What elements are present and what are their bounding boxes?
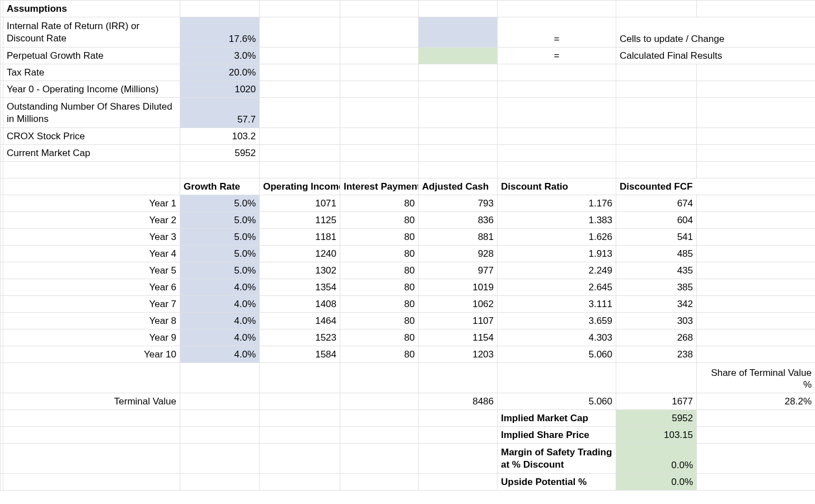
spreadsheet-table: Assumptions Internal Rate of Return (IRR… [0, 0, 815, 491]
growth-input[interactable]: 4.0% [180, 279, 260, 296]
tax-input[interactable]: 20.0% [180, 64, 260, 81]
year-row: Year 2 5.0% 1125 80 836 1.383 604 [1, 212, 816, 229]
year-label: Year 3 [3, 229, 180, 246]
adjcash-cell[interactable]: 793 [419, 195, 498, 212]
intpay-cell[interactable]: 80 [340, 195, 419, 212]
legend-equals-2: = [498, 48, 616, 64]
year-row: Year 5 5.0% 1302 80 977 2.249 435 [1, 262, 816, 279]
mos-value[interactable]: 0.0% [616, 444, 697, 474]
year-row: Year 6 4.0% 1354 80 1019 2.645 385 [1, 279, 816, 296]
hdr-opinc: Operating Income [260, 178, 340, 195]
year-row: Year 4 5.0% 1240 80 928 1.913 485 [1, 246, 816, 262]
year-row: Year 3 5.0% 1181 80 881 1.626 541 [1, 229, 816, 246]
hdr-growth: Growth Rate [180, 178, 260, 195]
growth-input[interactable]: 5.0% [180, 262, 260, 279]
growth-input[interactable]: 5.0% [180, 195, 260, 212]
assumptions-header: Assumptions [3, 1, 180, 17]
y0-input[interactable]: 1020 [180, 81, 260, 98]
year-label: Year 5 [3, 262, 180, 279]
shares-input[interactable]: 57.7 [180, 98, 260, 128]
year-label: Year 8 [3, 313, 180, 329]
growth-input[interactable]: 5.0% [180, 246, 260, 262]
legend-calc-label: Calculated Final Results [616, 48, 816, 64]
growth-input[interactable]: 4.0% [180, 346, 260, 363]
year-label: Year 7 [3, 296, 180, 313]
implied-mcap-label: Implied Market Cap [498, 410, 616, 427]
terminal-label: Terminal Value [3, 393, 180, 410]
terminal-dfcf[interactable]: 1677 [616, 393, 697, 410]
year-label: Year 4 [3, 246, 180, 262]
terminal-share-pct[interactable]: 28.2% [697, 393, 816, 410]
year-row: Year 10 4.0% 1584 80 1203 5.060 238 [1, 346, 816, 363]
growth-input[interactable]: 4.0% [180, 296, 260, 313]
legend-blue-swatch [419, 17, 498, 48]
year-row: Year 7 4.0% 1408 80 1062 3.111 342 [1, 296, 816, 313]
dfcf-cell[interactable]: 674 [616, 195, 697, 212]
year-label: Year 10 [3, 346, 180, 363]
tax-label: Tax Rate [3, 64, 180, 81]
implied-mcap-value[interactable]: 5952 [616, 410, 697, 427]
growth-input[interactable]: 5.0% [180, 212, 260, 229]
implied-price-label: Implied Share Price [498, 427, 616, 444]
year-label: Year 2 [3, 212, 180, 229]
legend-equals-1: = [498, 17, 616, 48]
year-label: Year 9 [3, 329, 180, 346]
hdr-adjcash: Adjusted Cash [419, 178, 498, 195]
opinc-cell[interactable]: 1071 [260, 195, 340, 212]
year-label: Year 1 [3, 195, 180, 212]
year-row: Year 8 4.0% 1464 80 1107 3.659 303 [1, 313, 816, 329]
shares-label: Outstanding Number Of Shares Diluted in … [3, 98, 180, 128]
legend-green-swatch [419, 48, 498, 64]
irr-label: Internal Rate of Return (IRR) or Discoun… [3, 17, 180, 48]
pgr-label: Perpetual Growth Rate [3, 48, 180, 64]
mos-label: Margin of Safety Trading at % Discount [498, 444, 616, 474]
stock-price-value[interactable]: 103.2 [180, 128, 260, 145]
pgr-input[interactable]: 3.0% [180, 48, 260, 64]
upside-value[interactable]: 0.0% [616, 474, 697, 491]
ratio-cell[interactable]: 1.176 [498, 195, 616, 212]
y0-label: Year 0 - Operating Income (Millions) [3, 81, 180, 98]
mcap-value[interactable]: 5952 [180, 145, 260, 162]
terminal-ratio[interactable]: 5.060 [498, 393, 616, 410]
growth-input[interactable]: 4.0% [180, 329, 260, 346]
share-tv-header: Share of Terminal Value % [697, 363, 816, 393]
legend-update-label: Cells to update / Change [616, 17, 816, 48]
irr-input[interactable]: 17.6% [180, 17, 260, 48]
hdr-discratio: Discount Ratio [498, 178, 616, 195]
terminal-adjcash[interactable]: 8486 [419, 393, 498, 410]
stock-price-label: CROX Stock Price [3, 128, 180, 145]
hdr-discfcf: Discounted FCF [616, 178, 816, 195]
mcap-label: Current Market Cap [3, 145, 180, 162]
year-row: Year 9 4.0% 1523 80 1154 4.303 268 [1, 329, 816, 346]
hdr-intpay: Interest Payments [340, 178, 419, 195]
upside-label: Upside Potential % [498, 474, 616, 491]
implied-price-value[interactable]: 103.15 [616, 427, 697, 444]
year-label: Year 6 [3, 279, 180, 296]
growth-input[interactable]: 4.0% [180, 313, 260, 329]
growth-input[interactable]: 5.0% [180, 229, 260, 246]
year-row: Year 1 5.0% 1071 80 793 1.176 674 [1, 195, 816, 212]
